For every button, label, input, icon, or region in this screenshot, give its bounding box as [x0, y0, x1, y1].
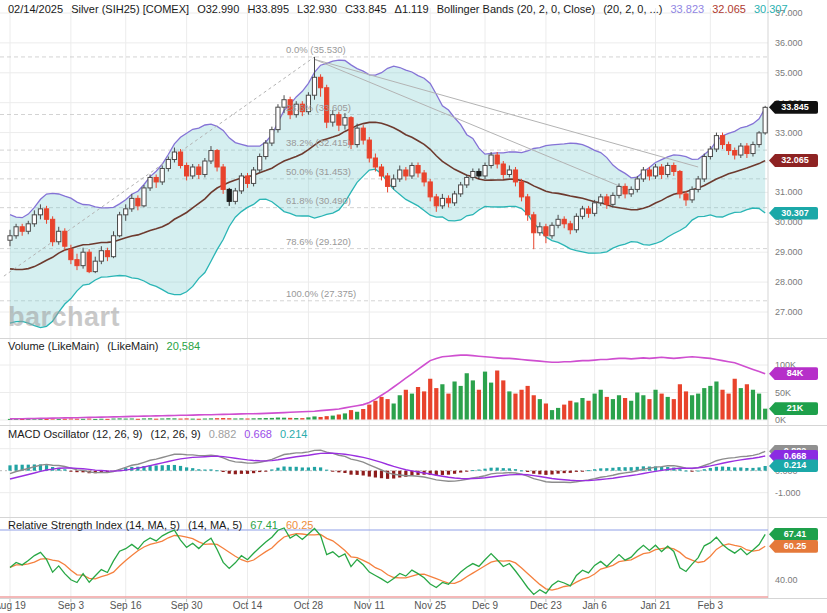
- chart-root: barchart 02/14/2025 Silver (SIH25) [COME…: [0, 0, 827, 613]
- rsi-series: [0, 528, 768, 597]
- rsi-study-params[interactable]: (14, MA, 5): [188, 519, 242, 531]
- macd-value: 0.882: [209, 428, 237, 440]
- bollinger-upper-value: 33.823: [671, 3, 705, 15]
- open-value: O32.990: [197, 3, 239, 15]
- volume-study-label[interactable]: Volume (LikeMain): [8, 340, 99, 352]
- bollinger-lower-value: 30.307: [754, 3, 788, 15]
- instrument-name[interactable]: Silver (SIH25) [COMEX]: [71, 3, 189, 15]
- macd-hist-value: 0.214: [280, 428, 308, 440]
- macd-panel-header: MACD Oscillator (12, 26, 9) (12, 26, 9) …: [8, 428, 312, 440]
- rsi-study-label[interactable]: Relative Strength Index (14, MA, 5): [8, 519, 180, 531]
- macd-study-params[interactable]: (12, 26, 9): [151, 428, 201, 440]
- rsi-value: 67.41: [250, 519, 278, 531]
- barchart-logo: barchart: [8, 302, 120, 333]
- volume-series: [8, 371, 767, 421]
- main-chart-header: 02/14/2025 Silver (SIH25) [COMEX] O32.99…: [8, 3, 793, 15]
- change-value: Δ1.119: [395, 3, 429, 15]
- macd-study-label[interactable]: MACD Oscillator (12, 26, 9): [8, 428, 142, 440]
- bollinger-middle-value: 32.065: [712, 3, 746, 15]
- close-value: C33.845: [345, 3, 387, 15]
- volume-study-params[interactable]: (LikeMain): [107, 340, 158, 352]
- bollinger-study-label[interactable]: Bollinger Bands (20, 2, 0, Close): [437, 3, 595, 15]
- rsi-panel-header: Relative Strength Index (14, MA, 5) (14,…: [8, 519, 318, 531]
- high-value: H33.895: [247, 3, 289, 15]
- chart-date: 02/14/2025: [8, 3, 63, 15]
- low-value: L32.930: [297, 3, 337, 15]
- bollinger-study-params[interactable]: (20, 2, 0, ...): [603, 3, 662, 15]
- bollinger-band: [10, 60, 765, 328]
- rsi-ma-value: 60.25: [286, 519, 314, 531]
- macd-signal-value: 0.668: [244, 428, 272, 440]
- volume-value: 20,584: [167, 340, 201, 352]
- volume-panel-header: Volume (LikeMain) (LikeMain) 20,584: [8, 340, 205, 352]
- macd-series: [0, 450, 768, 482]
